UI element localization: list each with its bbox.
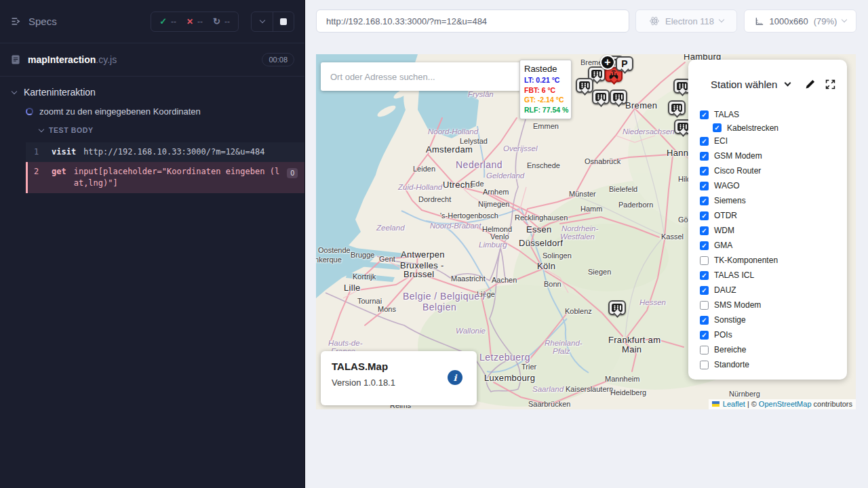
checkbox-checked-icon[interactable]: ✓ <box>713 123 722 132</box>
map-label: Nederland <box>456 159 502 170</box>
map-label: Pfalz <box>553 347 570 355</box>
parking-marker[interactable]: P <box>616 56 633 73</box>
chevron-down-icon <box>12 88 17 94</box>
station-filter-talas-icl[interactable]: ✓TALAS ICL <box>700 268 847 283</box>
stop-button[interactable] <box>273 12 294 31</box>
station-marker[interactable] <box>592 89 610 106</box>
leaflet-link[interactable]: Leaflet <box>723 400 745 408</box>
collapse-button[interactable] <box>252 12 273 31</box>
map-label: Zuid-Holland <box>398 183 442 191</box>
stat-passed: ✓-- <box>159 16 176 26</box>
info-icon[interactable]: i <box>448 370 462 385</box>
station-filter-label: Cisco Router <box>714 166 761 176</box>
station-marker[interactable] <box>576 78 593 94</box>
osm-link[interactable]: OpenStreetMap <box>759 400 812 408</box>
suite-karteninteraktion[interactable]: Karteninteraktion <box>0 77 304 101</box>
station-filter-otdr[interactable]: ✓OTDR <box>700 208 847 223</box>
station-filter-gma[interactable]: ✓GMA <box>700 238 847 253</box>
test-body-section[interactable]: TEST BODY <box>0 120 304 138</box>
checkbox-checked-icon[interactable]: ✓ <box>700 271 709 280</box>
checkbox-checked-icon[interactable]: ✓ <box>700 211 709 220</box>
viewport-ruler-icon <box>754 16 764 26</box>
checkbox-unchecked-icon[interactable] <box>700 301 709 310</box>
checkbox-checked-icon[interactable]: ✓ <box>700 226 709 235</box>
station-filter-kabelstrecken[interactable]: ✓Kabelstrecken <box>700 122 847 134</box>
checkbox-checked-icon[interactable]: ✓ <box>700 286 709 295</box>
map-label: Leiden <box>413 165 435 173</box>
map-label: Lille <box>344 283 361 293</box>
checkbox-unchecked-icon[interactable] <box>700 361 709 369</box>
station-filter-bereiche[interactable]: Bereiche <box>700 342 847 357</box>
viewport-select[interactable]: 1000x660 (79%) <box>744 9 856 33</box>
station-marker[interactable] <box>668 100 686 117</box>
panel-title[interactable]: Station wählen <box>711 79 777 90</box>
map-label: Ede <box>471 180 484 188</box>
checkbox-checked-icon[interactable]: ✓ <box>700 241 709 250</box>
station-filter-label: Bereiche <box>714 345 746 354</box>
station-filter-wdm[interactable]: ✓WDM <box>700 223 847 238</box>
station-marker[interactable] <box>608 300 626 317</box>
tooltip-measurement: LT: 0.21 °C <box>524 75 567 85</box>
station-filter-sonstige[interactable]: ✓Sonstige <box>700 312 847 327</box>
station-filter-label: POIs <box>714 330 732 340</box>
station-marker[interactable] <box>610 89 627 106</box>
stat-failed: ✕-- <box>186 17 203 26</box>
map-label: Maastricht <box>451 274 486 283</box>
tooltip-measurement: RLF: 77.54 % <box>524 105 567 115</box>
station-filter-label: GMA <box>714 241 732 250</box>
checkbox-checked-icon[interactable]: ✓ <box>700 167 709 176</box>
tooltip-measurement: FBT: 6 °C <box>524 85 567 96</box>
command-get[interactable]: 2 get input[placeholder="Koordinaten ein… <box>26 162 304 193</box>
station-filter-dauz[interactable]: ✓DAUZ <box>700 283 847 298</box>
station-filter-pois[interactable]: ✓POIs <box>700 327 847 342</box>
stat-pending: ↻-- <box>213 16 230 26</box>
chevron-down-icon <box>719 17 724 22</box>
checkbox-unchecked-icon[interactable] <box>700 256 709 265</box>
search-input[interactable] <box>321 72 528 82</box>
checkbox-checked-icon[interactable]: ✓ <box>700 316 709 325</box>
station-list: ✓TALAS✓Kabelstrecken✓ECI✓GSM Modem✓Cisco… <box>688 90 847 372</box>
map-label: Recklinghausen <box>515 214 568 222</box>
edit-pencil-icon[interactable] <box>804 79 816 90</box>
station-filter-tk-komponenten[interactable]: TK-Komponenten <box>700 253 847 268</box>
url-bar[interactable]: http://192.168.10.33:3000/?m=12&u=484 <box>316 9 629 33</box>
station-filter-wago[interactable]: ✓WAGO <box>700 178 847 193</box>
reporter-header: Specs ✓-- ✕-- ↻-- <box>0 0 304 43</box>
map-label: Main <box>622 344 642 354</box>
checkbox-checked-icon[interactable]: ✓ <box>700 152 709 161</box>
station-filter-talas[interactable]: ✓TALAS <box>700 107 847 122</box>
command-visit[interactable]: 1 visit http://192.168.10.33:3000/?m=12&… <box>26 142 304 162</box>
checkbox-checked-icon[interactable]: ✓ <box>700 331 709 340</box>
map-label: Nijmegen <box>478 200 509 208</box>
test-title: zoomt zu den eingegebenen Koordinaten <box>39 106 201 117</box>
checkbox-unchecked-icon[interactable] <box>700 346 709 354</box>
station-filter-standorte[interactable]: Standorte <box>700 357 847 372</box>
viewport-zoom: (79%) <box>814 16 837 26</box>
map-label: Koblenz <box>565 307 592 315</box>
tooltip-rows: LT: 0.21 °CFBT: 6 °CGT: -2.14 °CRLF: 77.… <box>524 75 567 115</box>
expand-icon[interactable] <box>825 79 836 90</box>
cypress-reporter: Specs ✓-- ✕-- ↻-- mapInteraction.cy.js 0… <box>0 0 305 488</box>
map-search-box[interactable] <box>321 62 528 91</box>
spec-name: mapInteraction.cy.js <box>28 54 117 65</box>
add-marker-button[interactable]: + <box>600 55 615 70</box>
station-filter-label: TALAS <box>714 110 739 119</box>
station-filter-label: Kabelstrecken <box>727 123 778 133</box>
browser-select[interactable]: Electron 118 <box>635 9 737 33</box>
station-filter-siemens[interactable]: ✓Siemens <box>700 193 847 208</box>
tooltip-measurement: GT: -2.14 °C <box>524 95 567 105</box>
checkbox-checked-icon[interactable]: ✓ <box>700 110 709 119</box>
chevron-down-icon[interactable] <box>785 80 791 87</box>
checkbox-checked-icon[interactable]: ✓ <box>700 197 709 205</box>
spec-row[interactable]: mapInteraction.cy.js 00:08 <box>0 43 304 77</box>
station-filter-label: Standorte <box>714 360 749 369</box>
station-filter-gsm-modem[interactable]: ✓GSM Modem <box>700 148 847 163</box>
checkbox-checked-icon[interactable]: ✓ <box>700 182 709 190</box>
station-filter-eci[interactable]: ✓ECI <box>700 134 847 148</box>
specs-menu-icon[interactable] <box>10 16 22 27</box>
leaflet-map[interactable]: HamburgBremerhavenBremenEmmenNiedersachs… <box>316 54 856 409</box>
checkbox-checked-icon[interactable]: ✓ <box>700 137 709 146</box>
station-filter-cisco-router[interactable]: ✓Cisco Router <box>700 163 847 178</box>
station-filter-sms-modem[interactable]: SMS Modem <box>700 298 847 312</box>
test-zoomt-zu-koordinaten[interactable]: zoomt zu den eingegebenen Koordinaten <box>0 101 304 120</box>
